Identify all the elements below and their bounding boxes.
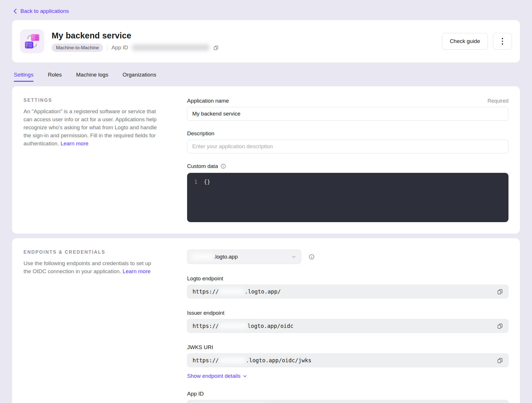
issuer-endpoint-value-field: https://logto.app/oidc — [187, 319, 508, 333]
endpoints-section-title: ENDPOINTS & CREDENTIALS — [24, 250, 160, 255]
chevron-left-icon — [13, 8, 17, 14]
copy-icon — [213, 45, 219, 50]
back-link-label: Back to applications — [20, 8, 69, 14]
jwks-uri-redacted — [220, 357, 245, 363]
application-header-card: My backend service Machine-to-Machine Ap… — [12, 20, 520, 62]
settings-section-description: An "Application" is a registered softwar… — [24, 107, 160, 148]
copy-icon — [497, 289, 503, 295]
app-id-field-label: App ID — [187, 391, 508, 397]
endpoints-learn-more-link[interactable]: Learn more — [123, 268, 150, 274]
copy-logto-endpoint-button[interactable] — [497, 289, 503, 295]
kebab-menu-icon — [502, 38, 503, 45]
issuer-endpoint-suffix: logto.app/oidc — [248, 323, 294, 329]
tab-settings[interactable]: Settings — [14, 72, 34, 82]
app-id-label: App ID — [111, 44, 128, 51]
jwks-uri-suffix: .logto.app/oidc/jwks — [246, 357, 312, 363]
back-to-applications-link[interactable]: Back to applications — [13, 8, 69, 14]
meta-divider — [107, 44, 107, 51]
custom-data-code-editor[interactable]: 1 {} — [187, 173, 508, 222]
copy-jwks-uri-button[interactable] — [497, 357, 503, 363]
endpoints-section-description: Use the following endpoints and credenti… — [24, 259, 160, 275]
required-hint: Required — [488, 98, 508, 104]
tab-machine-logs[interactable]: Machine logs — [76, 72, 108, 82]
logto-endpoint-redacted — [220, 289, 244, 294]
settings-description-text: An "Application" is a registered softwar… — [24, 108, 157, 146]
description-label: Description — [187, 130, 214, 137]
jwks-uri-prefix: https:// — [193, 357, 219, 363]
chevron-down-icon — [291, 254, 296, 259]
description-field-group: Description — [187, 130, 508, 153]
show-endpoint-details-link[interactable]: Show endpoint details — [187, 373, 247, 379]
settings-card: SETTINGS An "Application" is a registere… — [12, 86, 520, 234]
domain-select-row: .logto.app — [187, 250, 508, 264]
app-id-field-group: App ID — [187, 391, 508, 403]
copy-icon — [497, 323, 503, 329]
settings-form-column: Application name Required Description Cu… — [187, 98, 508, 222]
tab-roles[interactable]: Roles — [48, 72, 62, 82]
settings-learn-more-link[interactable]: Learn more — [61, 140, 88, 146]
issuer-endpoint-field-group: Issuer endpoint https://logto.app/oidc — [187, 310, 508, 333]
show-endpoint-details-label: Show endpoint details — [187, 373, 240, 379]
custom-data-field-group: Custom data 1 {} — [187, 163, 508, 222]
jwks-uri-value-field: https://.logto.app/oidc/jwks — [187, 353, 508, 367]
copy-icon — [497, 357, 503, 363]
logto-endpoint-label: Logto endpoint — [187, 275, 508, 282]
logto-endpoint-suffix: .logto.app/ — [245, 288, 281, 295]
domain-info-icon[interactable] — [309, 254, 314, 260]
header-actions: Check guide — [442, 33, 512, 50]
application-name-label: Application name — [187, 98, 229, 104]
editor-line-number: 1 — [187, 179, 204, 216]
issuer-endpoint-redacted — [220, 323, 247, 329]
issuer-endpoint-label: Issuer endpoint — [187, 310, 508, 316]
jwks-uri-label: JWKS URI — [187, 344, 508, 351]
chevron-down-icon — [243, 374, 247, 378]
settings-section-title: SETTINGS — [24, 98, 160, 103]
settings-description-column: SETTINGS An "Application" is a registere… — [24, 98, 160, 222]
custom-data-info-icon[interactable] — [221, 164, 226, 169]
jwks-uri-field-group: JWKS URI https://.logto.app/oidc/jwks — [187, 344, 508, 367]
check-guide-button[interactable]: Check guide — [442, 33, 488, 50]
custom-data-label: Custom data — [187, 163, 218, 169]
copy-issuer-endpoint-button[interactable] — [497, 323, 503, 329]
tenant-domain-suffix: .logto.app — [214, 254, 238, 260]
application-tabs: Settings Roles Machine logs Organization… — [14, 72, 520, 82]
application-title: My backend service — [52, 31, 442, 40]
endpoints-description-column: ENDPOINTS & CREDENTIALS Use the followin… — [24, 250, 160, 403]
issuer-endpoint-prefix: https:// — [193, 323, 219, 329]
app-id-value-field — [187, 400, 508, 403]
copy-app-id-button[interactable] — [213, 45, 219, 50]
logto-endpoint-field-group: Logto endpoint https://.logto.app/ — [187, 275, 508, 298]
tenant-domain-select[interactable]: .logto.app — [187, 250, 301, 264]
application-header-info: My backend service Machine-to-Machine Ap… — [52, 31, 442, 52]
tab-organizations[interactable]: Organizations — [123, 72, 156, 82]
logto-endpoint-prefix: https:// — [193, 288, 219, 295]
description-input[interactable] — [187, 140, 508, 153]
application-name-field-group: Application name Required — [187, 98, 508, 121]
editor-content: {} — [204, 179, 210, 216]
tenant-domain-redacted-prefix — [192, 254, 213, 260]
application-meta-row: Machine-to-Machine App ID — [52, 44, 442, 52]
more-actions-button[interactable] — [493, 33, 512, 50]
application-name-input[interactable] — [187, 107, 508, 121]
application-details-page: Back to applications — [0, 8, 532, 403]
logto-endpoint-value-field: https://.logto.app/ — [187, 285, 508, 298]
endpoints-form-column: .logto.app Logto en — [187, 250, 508, 403]
app-id-redacted-value — [132, 44, 209, 51]
endpoints-credentials-card: ENDPOINTS & CREDENTIALS Use the followin… — [12, 238, 520, 403]
application-type-badge: Machine-to-Machine — [52, 44, 103, 52]
machine-to-machine-app-icon — [20, 29, 44, 53]
